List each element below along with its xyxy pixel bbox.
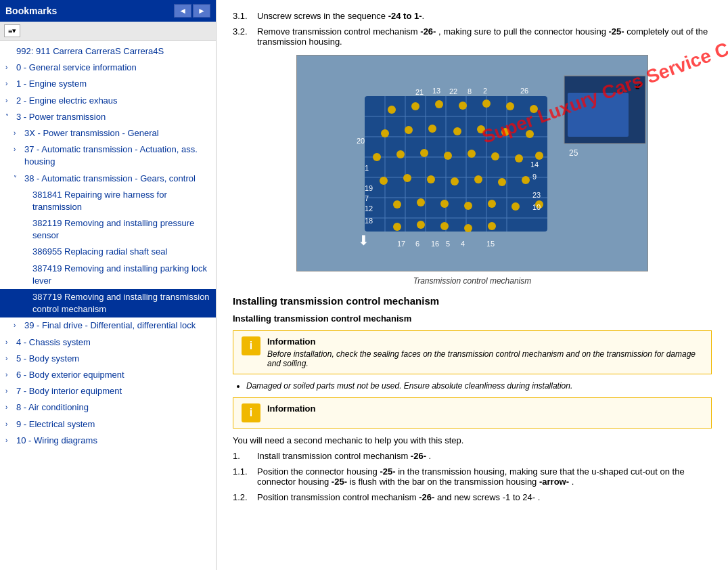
tree-arrow-37: › (14, 145, 22, 154)
svg-point-49 (511, 202, 520, 211)
sidebar-item-381841[interactable]: 381841 Repairing wire harness for transm… (0, 187, 216, 215)
svg-point-29 (373, 153, 381, 161)
svg-point-42 (498, 178, 506, 186)
tree-label-38: 38 - Automatic transmission - Gears, con… (24, 173, 212, 185)
sidebar-item-39[interactable]: ›39 - Final drive - Differential, differ… (0, 317, 216, 334)
sidebar-item-body-ext[interactable]: ›6 - Body exterior equipment (0, 367, 216, 383)
install-steps: 1.Install transmission control mechanism… (233, 451, 712, 502)
svg-point-18 (459, 102, 467, 110)
svg-point-37 (380, 177, 388, 185)
tree-arrow-body: › (5, 354, 14, 364)
sidebar-item-body[interactable]: ›5 - Body system (0, 351, 216, 367)
svg-point-36 (535, 152, 543, 160)
svg-rect-81 (568, 93, 629, 137)
sidebar-item-general[interactable]: ›0 - General service information (0, 60, 216, 76)
svg-point-26 (477, 125, 485, 133)
svg-point-30 (396, 150, 405, 158)
sidebar-item-chassis[interactable]: ›4 - Chassis system (0, 334, 216, 351)
svg-text:12: 12 (365, 204, 373, 213)
main-content: Super Luxury Cars Service Center 3.1. Un… (217, 0, 728, 570)
svg-text:6: 6 (415, 240, 419, 248)
tree-arrow-3x: › (14, 129, 22, 138)
sidebar-item-387719[interactable]: 387719 Removing and installing transmiss… (0, 289, 216, 317)
info-content-2: Information (267, 403, 316, 416)
menu-button[interactable]: ≡ ▾ (4, 24, 20, 37)
tree-label-382119: 382119 Removing and installing pressure … (32, 217, 212, 242)
install-step-text-2: Position transmission control mechanism … (257, 492, 712, 502)
tree-label-power-trans: 3 - Power transmission (16, 111, 212, 123)
step-3-2-num: 3.2. (233, 26, 257, 47)
tree-label-chassis: 4 - Chassis system (16, 336, 212, 349)
menu-dropdown-icon: ▾ (12, 26, 16, 35)
tree-label-body-int: 7 - Body interior equipment (16, 385, 212, 397)
info-content-1: Information Before installation, check t… (267, 336, 703, 368)
sidebar-item-387419[interactable]: 387419 Removing and installing parking l… (0, 261, 216, 289)
svg-text:7: 7 (365, 194, 369, 202)
tree-label-body-ext: 6 - Body exterior equipment (16, 369, 212, 381)
sidebar-item-vehicle[interactable]: 992: 911 Carrera CarreraS Carrera4S (0, 43, 216, 60)
tree-label-387719: 387719 Removing and installing transmiss… (32, 291, 212, 315)
svg-text:17: 17 (397, 240, 405, 248)
install-step-text-1: Position the connector housing -25- in t… (257, 466, 712, 487)
tree-arrow-38: ˅ (14, 174, 22, 183)
sidebar-toolbar: ≡ ▾ (0, 22, 216, 41)
svg-text:1: 1 (365, 164, 369, 172)
sidebar-item-37[interactable]: ›37 - Automatic transmission - Actuation… (0, 141, 216, 170)
install-step-0: 1.Install transmission control mechanism… (233, 451, 712, 461)
svg-text:25: 25 (569, 148, 578, 158)
sidebar-item-aircon[interactable]: ›8 - Air conditioning (0, 399, 216, 416)
nav-next-button[interactable]: ► (193, 4, 210, 18)
step-3-2: 3.2. Remove transmission control mechani… (233, 26, 712, 47)
svg-text:14: 14 (530, 160, 539, 169)
sidebar-item-engine[interactable]: ›1 - Engine system (0, 76, 216, 92)
sidebar-item-382119[interactable]: 382119 Removing and installing pressure … (0, 215, 216, 244)
tree-arrow-general: › (5, 63, 14, 72)
sidebar-item-3x[interactable]: ›3X - Power transmission - General (0, 125, 216, 141)
step-3-2-text: Remove transmission control mechanism -2… (257, 26, 712, 47)
svg-point-21 (530, 105, 538, 113)
nav-prev-button[interactable]: ◄ (174, 4, 191, 18)
svg-text:18: 18 (365, 217, 373, 225)
svg-point-23 (405, 126, 413, 134)
tree-label-general: 0 - General service information (16, 62, 212, 74)
tree-label-aircon: 8 - Air conditioning (16, 401, 212, 414)
step-3-1-num: 3.1. (233, 11, 257, 21)
svg-point-28 (526, 130, 534, 138)
sidebar: Bookmarks ◄ ► ≡ ▾ 992: 911 Carrera Carre… (0, 0, 217, 570)
bullet-item-1: Damaged or soiled parts must not be used… (246, 381, 712, 391)
sidebar-item-power-trans[interactable]: ˅3 - Power transmission (0, 109, 216, 125)
sidebar-item-body-int[interactable]: ›7 - Body interior equipment (0, 383, 216, 399)
sidebar-item-386955[interactable]: 386955 Replacing radial shaft seal (0, 244, 216, 260)
tree-label-387419: 387419 Removing and installing parking l… (32, 263, 212, 287)
sidebar-item-wiring[interactable]: ›10 - Wiring diagrams (0, 433, 216, 449)
tree-arrow-electrical: › (5, 420, 14, 429)
tree-label-386955: 386955 Replacing radial shaft seal (32, 246, 212, 258)
sidebar-item-electrical[interactable]: ›9 - Electrical system (0, 416, 216, 433)
svg-point-47 (464, 202, 472, 210)
tree-arrow-chassis: › (5, 338, 14, 347)
sidebar-item-38[interactable]: ˅38 - Automatic transmission - Gears, co… (0, 171, 216, 187)
second-mechanic-text: You will need a second mechanic to help … (233, 435, 712, 445)
svg-text:5: 5 (446, 240, 450, 248)
tree-arrow-body-ext: › (5, 370, 14, 380)
svg-point-51 (393, 223, 401, 231)
svg-text:2: 2 (483, 87, 487, 95)
svg-point-34 (491, 152, 499, 160)
install-step-2: 1.2.Position transmission control mechan… (233, 492, 712, 502)
info-title-2: Information (267, 403, 316, 414)
tree-label-381841: 381841 Repairing wire harness for transm… (32, 189, 212, 213)
sidebar-item-engine-elec[interactable]: ›2 - Engine electric exhaus (0, 93, 216, 109)
bullet-list-1: Damaged or soiled parts must not be used… (233, 381, 712, 391)
svg-text:26: 26 (520, 87, 528, 95)
tree-label-body: 5 - Body system (16, 353, 212, 365)
svg-point-41 (474, 175, 482, 183)
svg-point-48 (488, 200, 496, 208)
svg-point-33 (468, 150, 476, 158)
tree-arrow-39: › (14, 321, 22, 330)
svg-text:8: 8 (468, 87, 472, 95)
svg-text:21: 21 (415, 88, 424, 96)
svg-point-31 (420, 149, 428, 157)
svg-point-35 (515, 154, 523, 162)
info-icon-1: i (242, 336, 260, 355)
svg-text:⬇: ⬇ (358, 233, 369, 248)
